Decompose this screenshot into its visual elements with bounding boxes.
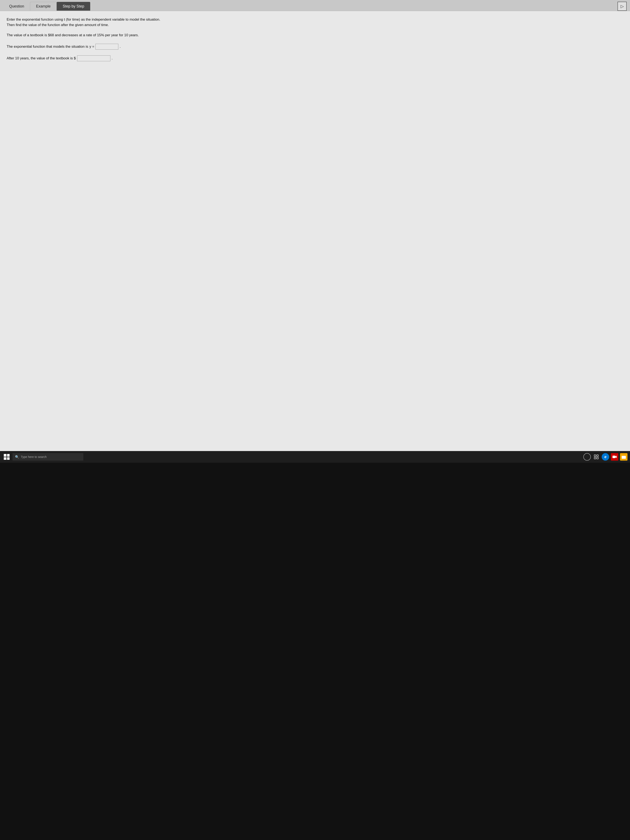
question1-row: The exponential function that models the…	[7, 44, 623, 50]
svg-rect-4	[613, 456, 616, 458]
question1-prefix: The exponential function that models the…	[7, 44, 88, 49]
search-bar[interactable]: 🔍 Type here to search	[13, 453, 83, 461]
instruction-text: Enter the exponential function using t (…	[7, 17, 623, 28]
svg-rect-2	[594, 457, 596, 459]
svg-rect-1	[597, 455, 598, 456]
edge-browser-button[interactable]: e	[602, 453, 609, 461]
start-button[interactable]	[3, 453, 11, 461]
svg-rect-3	[597, 457, 598, 459]
tab-example[interactable]: Example	[30, 2, 57, 11]
question2-prefix: After 10 years, the value of the textboo…	[7, 56, 76, 60]
svg-marker-5	[616, 456, 617, 458]
tab-question[interactable]: Question	[3, 2, 30, 11]
search-placeholder-text: Type here to search	[21, 455, 47, 458]
question1-eq: y =	[89, 44, 94, 49]
bottom-dark-area	[0, 463, 630, 840]
question1-suffix: .	[120, 44, 121, 49]
search-icon: 🔍	[15, 455, 19, 459]
taskbar: 🔍 Type here to search e	[0, 451, 630, 463]
camera-button[interactable]	[611, 453, 618, 461]
files-button[interactable]	[620, 453, 627, 461]
tab-stepbystep[interactable]: Step by Step	[57, 2, 90, 11]
svg-rect-6	[622, 456, 626, 459]
content-area: Enter the exponential function using t (…	[0, 11, 630, 451]
exponential-function-input[interactable]	[95, 44, 118, 50]
svg-rect-0	[594, 455, 596, 456]
windows-icon	[4, 454, 9, 460]
textbook-value-input[interactable]	[77, 55, 111, 61]
problem-text: The value of a textbook is $68 and decre…	[7, 33, 623, 38]
cortana-button[interactable]	[583, 453, 591, 461]
question2-row: After 10 years, the value of the textboo…	[7, 55, 623, 61]
tab-bar: Question Example Step by Step ▷	[0, 0, 630, 11]
question2-suffix: .	[112, 56, 113, 60]
task-view-button[interactable]	[592, 453, 600, 461]
play-button[interactable]: ▷	[617, 2, 627, 11]
